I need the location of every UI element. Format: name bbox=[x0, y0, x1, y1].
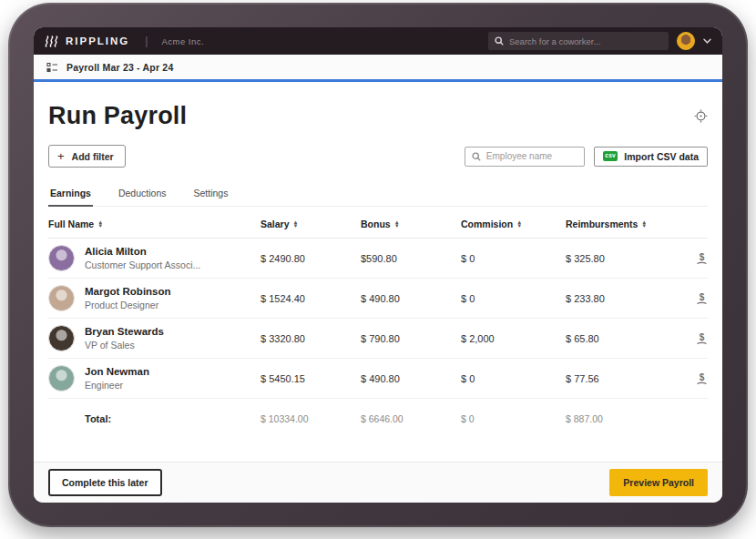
column-header-bonus[interactable]: Bonus ▲▼ bbox=[361, 219, 461, 229]
svg-text:$: $ bbox=[700, 372, 705, 382]
avatar bbox=[48, 365, 75, 392]
svg-text:$: $ bbox=[700, 292, 705, 302]
chevron-down-icon[interactable] bbox=[703, 38, 711, 44]
download-payslip-icon[interactable]: $ bbox=[682, 372, 708, 385]
total-bonus: $ 6646.00 bbox=[361, 413, 461, 424]
plus-icon: + bbox=[57, 149, 65, 163]
table-header: Full Name ▲▼ Salary ▲▼ Bonus ▲▼ Commisio… bbox=[48, 207, 708, 239]
employee-name: Alicia Milton bbox=[85, 245, 200, 259]
column-header-reimbursements[interactable]: Reimbursments ▲▼ bbox=[566, 219, 682, 229]
employee-title: VP of Sales bbox=[85, 339, 164, 351]
gear-icon[interactable] bbox=[694, 109, 708, 123]
sort-icon: ▲▼ bbox=[516, 220, 522, 228]
employee-name: Jon Newman bbox=[85, 365, 149, 380]
salary-value: $ 1524.40 bbox=[261, 293, 361, 304]
reimbursements-value: $ 77.56 bbox=[566, 373, 682, 384]
employee-name-input[interactable] bbox=[486, 151, 577, 161]
total-commission: $ 0 bbox=[461, 413, 566, 424]
payroll-list-icon bbox=[46, 62, 58, 73]
add-filter-label: Add filter bbox=[72, 151, 114, 162]
footer-bar: Complete this later Preview Payroll bbox=[34, 462, 722, 503]
brand-name: RIPPLING bbox=[66, 36, 129, 46]
sort-icon: ▲▼ bbox=[293, 220, 299, 228]
tablet-frame: RIPPLING | Acme Inc. bbox=[8, 3, 748, 527]
search-icon bbox=[472, 152, 481, 161]
commission-value: $ 0 bbox=[461, 293, 566, 304]
bonus-value: $590.80 bbox=[361, 253, 461, 264]
breadcrumb[interactable]: Payroll Mar 23 - Apr 24 bbox=[66, 62, 173, 73]
add-filter-button[interactable]: + Add filter bbox=[48, 145, 126, 168]
employee-title: Customer Support Associ... bbox=[85, 259, 200, 271]
brand: RIPPLING | Acme Inc. bbox=[45, 35, 204, 47]
coworker-search[interactable] bbox=[488, 32, 669, 50]
user-avatar[interactable] bbox=[677, 32, 695, 50]
salary-value: $ 2490.80 bbox=[261, 253, 361, 264]
total-salary: $ 10334.00 bbox=[261, 413, 361, 424]
tab-deductions[interactable]: Deductions bbox=[117, 184, 169, 206]
csv-file-icon: csv bbox=[603, 151, 618, 161]
employee-name: Bryan Stewards bbox=[85, 325, 164, 340]
company-name: Acme Inc. bbox=[161, 36, 204, 46]
employee-name: Margot Robinson bbox=[85, 285, 171, 300]
employee-title: Engineer bbox=[85, 379, 149, 392]
avatar bbox=[48, 285, 75, 311]
page: RIPPLING | Acme Inc. bbox=[0, 0, 756, 539]
svg-text:$: $ bbox=[700, 252, 705, 262]
reimbursements-value: $ 325.80 bbox=[566, 253, 682, 264]
avatar bbox=[48, 245, 75, 271]
coworker-search-input[interactable] bbox=[509, 36, 662, 46]
total-label: Total: bbox=[48, 413, 261, 424]
tab-settings[interactable]: Settings bbox=[191, 184, 230, 206]
sort-icon: ▲▼ bbox=[641, 220, 647, 228]
commission-value: $ 2,000 bbox=[461, 333, 566, 344]
table-total-row: Total: $ 10334.00 $ 6646.00 $ 0 $ 887.00 bbox=[48, 399, 708, 439]
table-row: Alicia Milton Customer Support Associ...… bbox=[48, 239, 708, 279]
bonus-value: $ 490.80 bbox=[361, 293, 461, 304]
employee-name-search[interactable] bbox=[465, 147, 585, 167]
salary-value: $ 3320.80 bbox=[261, 333, 361, 344]
import-csv-label: Import CSV data bbox=[624, 151, 699, 162]
commission-value: $ 0 bbox=[461, 373, 566, 384]
table-row: Bryan Stewards VP of Sales $ 3320.80 $ 7… bbox=[48, 319, 708, 359]
table-row: Jon Newman Engineer $ 5450.15 $ 490.80 $… bbox=[48, 359, 708, 399]
top-navbar: RIPPLING | Acme Inc. bbox=[34, 27, 722, 55]
sort-icon: ▲▼ bbox=[97, 220, 103, 228]
complete-later-button[interactable]: Complete this later bbox=[48, 469, 162, 496]
preview-payroll-button[interactable]: Preview Payroll bbox=[609, 469, 708, 496]
brand-separator: | bbox=[145, 35, 148, 47]
column-header-commission[interactable]: Commision ▲▼ bbox=[461, 219, 566, 229]
bonus-value: $ 490.80 bbox=[361, 373, 461, 384]
tab-earnings[interactable]: Earnings bbox=[48, 184, 93, 207]
content-area: Run Payroll + Add filter bbox=[34, 82, 722, 462]
salary-value: $ 5450.15 bbox=[261, 373, 361, 384]
sort-icon: ▲▼ bbox=[394, 220, 400, 228]
employee-title: Product Designer bbox=[85, 299, 171, 311]
search-icon bbox=[495, 36, 504, 46]
breadcrumb-bar: Payroll Mar 23 - Apr 24 bbox=[34, 55, 722, 82]
tab-bar: Earnings Deductions Settings bbox=[48, 184, 708, 207]
download-payslip-icon[interactable]: $ bbox=[682, 252, 708, 265]
reimbursements-value: $ 233.80 bbox=[566, 293, 682, 304]
column-header-full-name[interactable]: Full Name ▲▼ bbox=[48, 219, 261, 229]
avatar bbox=[48, 325, 75, 351]
download-payslip-icon[interactable]: $ bbox=[682, 332, 708, 345]
total-reimbursements: $ 887.00 bbox=[566, 413, 682, 424]
svg-text:$: $ bbox=[700, 332, 705, 342]
page-title: Run Payroll bbox=[48, 102, 187, 130]
import-csv-button[interactable]: csv Import CSV data bbox=[594, 147, 708, 167]
table-row: Margot Robinson Product Designer $ 1524.… bbox=[48, 279, 708, 319]
download-payslip-icon[interactable]: $ bbox=[682, 292, 708, 305]
app-screen: RIPPLING | Acme Inc. bbox=[34, 27, 722, 503]
rippling-logo-icon bbox=[44, 36, 60, 47]
commission-value: $ 0 bbox=[461, 253, 566, 264]
reimbursements-value: $ 65.80 bbox=[566, 333, 682, 344]
column-header-salary[interactable]: Salary ▲▼ bbox=[261, 219, 361, 229]
bonus-value: $ 790.80 bbox=[361, 333, 461, 344]
